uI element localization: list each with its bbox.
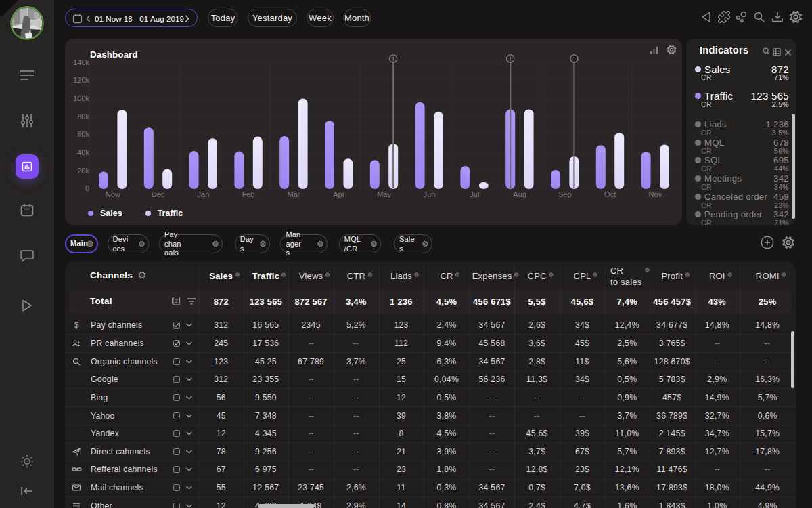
svg-text:Dec: Dec (152, 190, 165, 198)
svg-text:Oct: Oct (604, 190, 616, 198)
svg-text:May: May (377, 190, 391, 198)
svg-text:Jun: Jun (424, 190, 436, 198)
svg-text:Now: Now (106, 190, 120, 198)
svg-text:Aug: Aug (513, 190, 526, 198)
svg-text:$: $ (74, 320, 79, 330)
svg-text:60k: 60k (77, 130, 89, 138)
svg-text:Nov: Nov (649, 190, 662, 198)
svg-text:100k: 100k (73, 94, 89, 102)
svg-text:0: 0 (85, 184, 89, 192)
svg-text:80k: 80k (77, 112, 89, 121)
svg-text:40k: 40k (77, 148, 89, 156)
svg-text:140k: 140k (73, 58, 89, 66)
svg-text:Mar: Mar (288, 190, 300, 198)
svg-text:Jul: Jul (470, 190, 479, 198)
svg-text:Sep: Sep (558, 190, 572, 198)
svg-text:20k: 20k (77, 167, 89, 175)
svg-text:2: 2 (175, 298, 178, 304)
svg-text:Apr: Apr (333, 190, 344, 198)
svg-text:Feb: Feb (242, 190, 255, 198)
svg-text:120k: 120k (73, 76, 89, 84)
svg-text:Jan: Jan (198, 190, 210, 198)
